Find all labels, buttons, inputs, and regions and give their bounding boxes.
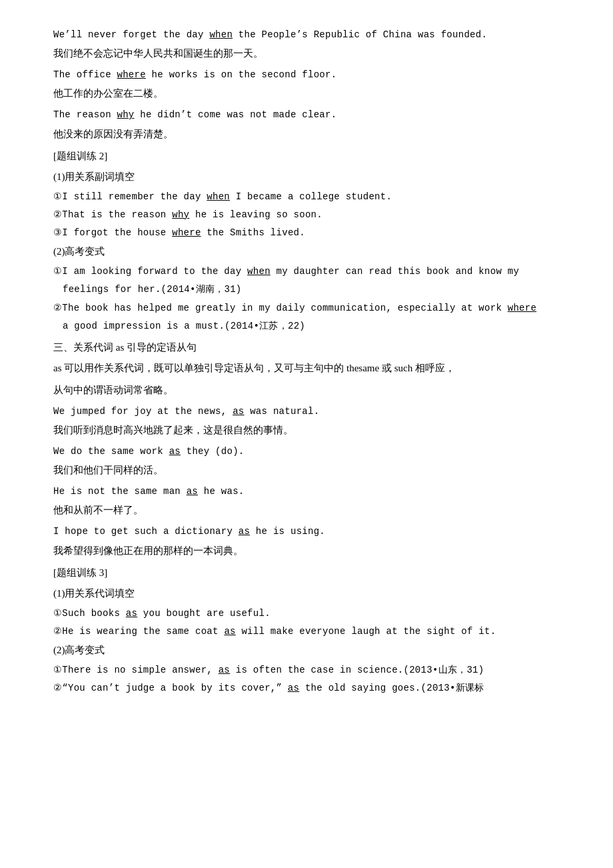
- num-symbol: ①: [53, 191, 62, 202]
- text-part: he is using.: [250, 526, 325, 537]
- keyword-as-6: as: [224, 626, 235, 637]
- translation-2: 他工作的办公室在二楼。: [53, 85, 560, 103]
- section-header-3: [题组训练 3]: [53, 564, 560, 582]
- main-content: We’ll never forget the day when the Peop…: [53, 27, 560, 697]
- section-title-3: 三、关系代词 as 引导的定语从句: [53, 339, 560, 357]
- keyword-as-7: as: [219, 665, 230, 675]
- exercise-1-1: ①I still remember the day when I became …: [53, 189, 560, 205]
- keyword-when-1: when: [209, 29, 233, 40]
- text-part: you bought are useful.: [137, 608, 271, 619]
- translation-as-2: 我们和他们干同样的活。: [53, 461, 560, 479]
- num-symbol: ②: [53, 303, 62, 313]
- section-header-2: [题组训练 2]: [53, 147, 560, 165]
- text-part: feelings for her.(2014•湖南，31): [63, 284, 242, 295]
- num-symbol: ①: [53, 608, 62, 619]
- text-part: Such books: [62, 608, 126, 619]
- keyword-when-2: when: [207, 191, 230, 202]
- exercise-2-1-line1: ①I am looking forward to the day when my…: [53, 263, 560, 280]
- translation-1: 我们绝不会忘记中华人民共和国诞生的那一天。: [53, 45, 560, 63]
- text-part: He is not the same man: [53, 486, 187, 497]
- sentence-as-2: We do the same work as they (do).: [53, 443, 560, 460]
- text-part: will make everyone laugh at the sight of…: [236, 626, 496, 637]
- text-part: We do the same work: [53, 446, 169, 457]
- keyword-where-2: where: [172, 227, 201, 238]
- text-part: is often the case in science.(2013•山东，31…: [230, 665, 484, 675]
- keyword-where-3: where: [508, 303, 536, 313]
- text-part: The reason: [53, 109, 117, 120]
- exercise-2-1-line2: feelings for her.(2014•湖南，31): [53, 281, 560, 298]
- exercise-1-2: ②That is the reason why he is leaving so…: [53, 207, 560, 223]
- text-part: There is no simple answer,: [62, 665, 218, 675]
- keyword-as-8: as: [288, 683, 299, 693]
- num-symbol: ①: [53, 266, 62, 277]
- exercise-3-1: ①Such books as you bought are useful.: [53, 605, 560, 622]
- num-symbol: ②: [53, 209, 62, 220]
- num-symbol: ②: [53, 683, 62, 693]
- sentence-as-4: I hope to get such a dictionary as he is…: [53, 523, 560, 540]
- translation-as-1: 我们听到消息时高兴地跳了起来，这是很自然的事情。: [53, 421, 560, 439]
- text-part: they (do).: [181, 446, 245, 457]
- num-symbol: ②: [53, 626, 62, 637]
- sentence-as-1: We jumped for joy at the news, as was na…: [53, 403, 560, 420]
- exercise-2-2-line1: ②The book has helped me greatly in my da…: [53, 300, 560, 317]
- text-part: He is wearing the same coat: [62, 626, 224, 637]
- num-symbol: ③: [53, 227, 62, 238]
- exercise-2-2-line2: a good impression is a must.(2014•江苏，22): [53, 318, 560, 335]
- translation-as-3: 他和从前不一样了。: [53, 501, 560, 519]
- text-part: We’ll never forget the day: [53, 29, 209, 40]
- text-part: The book has helped me greatly in my dai…: [62, 303, 507, 313]
- text-part: I still remember the day: [62, 191, 207, 202]
- exercise-4-1: ①There is no simple answer, as is often …: [53, 662, 560, 679]
- keyword-as-3: as: [187, 486, 198, 497]
- sub-header-gaokao-1: (2)高考变式: [53, 243, 560, 261]
- text-part: he didn’t come was not made clear.: [135, 109, 337, 120]
- keyword-as-1: as: [233, 406, 244, 417]
- text-part: I hope to get such a dictionary: [53, 526, 239, 537]
- exercise-4-2: ②“You can’t judge a book by its cover,” …: [53, 680, 560, 697]
- keyword-why-2: why: [172, 209, 189, 220]
- num-symbol: ①: [53, 665, 62, 675]
- exercise-1-3: ③I forgot the house where the Smiths liv…: [53, 225, 560, 241]
- keyword-why-1: why: [117, 109, 135, 120]
- sentence-1: We’ll never forget the day when the Peop…: [53, 27, 560, 43]
- desc-as-2: 从句中的谓语动词常省略。: [53, 381, 560, 399]
- keyword-as-5: as: [126, 608, 137, 619]
- text-part: “You can’t judge a book by its cover,”: [62, 683, 288, 693]
- keyword-where-1: where: [117, 69, 146, 80]
- text-part: That is the reason: [62, 209, 172, 220]
- sub-header-gaokao-2: (2)高考变式: [53, 641, 560, 659]
- text-part: the old saying goes.(2013•新课标: [299, 683, 484, 693]
- text-part: the People’s Republic of China was found…: [233, 29, 487, 40]
- sentence-3: The reason why he didn’t come was not ma…: [53, 107, 560, 123]
- exercise-3-2: ②He is wearing the same coat as will mak…: [53, 623, 560, 640]
- desc-as-1: as 可以用作关系代词，既可以单独引导定语从句，又可与主句中的 thesame …: [53, 359, 560, 377]
- text-part: he was.: [198, 486, 244, 497]
- text-part: We jumped for joy at the news,: [53, 406, 233, 417]
- sentence-as-3: He is not the same man as he was.: [53, 483, 560, 500]
- text-part: the Smiths lived.: [201, 227, 305, 238]
- text-part: my daughter can read this book and know …: [271, 266, 519, 277]
- text-part: a good impression is a must.(2014•江苏，22): [63, 321, 305, 331]
- text-part: I am looking forward to the day: [62, 266, 247, 277]
- translation-as-4: 我希望得到像他正在用的那样的一本词典。: [53, 542, 560, 560]
- text-part: The office: [53, 69, 117, 80]
- sub-header-fill-2: (1)用关系代词填空: [53, 585, 560, 603]
- sentence-2: The office where he works is on the seco…: [53, 67, 560, 83]
- text-part: he is leaving so soon.: [189, 209, 322, 220]
- keyword-when-3: when: [247, 266, 271, 277]
- keyword-as-4: as: [239, 526, 250, 537]
- text-part: I forgot the house: [62, 227, 172, 238]
- text-part: I became a college student.: [230, 191, 392, 202]
- keyword-as-2: as: [169, 446, 181, 457]
- text-part: he works is on the second floor.: [146, 69, 337, 80]
- translation-3: 他没来的原因没有弄清楚。: [53, 125, 560, 143]
- text-part: was natural.: [245, 406, 320, 417]
- sub-header-fill: (1)用关系副词填空: [53, 168, 560, 186]
